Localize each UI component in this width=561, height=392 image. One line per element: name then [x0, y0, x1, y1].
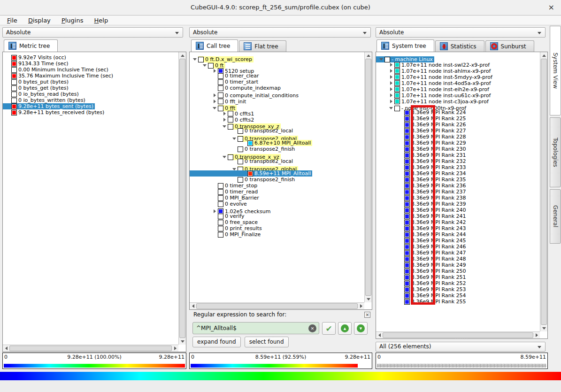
tree-row[interactable]: 3.36e9 MPI Rank 252	[376, 279, 540, 285]
tab-statistics[interactable]: Statistics	[435, 40, 484, 52]
tree-row[interactable]: 3.36e9 MPI Rank 226	[376, 121, 540, 127]
tree-row[interactable]: 3.36e9 MPI Rank 224	[376, 108, 540, 115]
tree-row[interactable]: 1.07e+11 node inst-uu61c-x9-prof	[376, 90, 540, 96]
scrollbar-thumb[interactable]	[541, 59, 547, 325]
apply-search-button[interactable]: ✔	[322, 322, 336, 335]
tree-row[interactable]: - machine Linux	[376, 54, 540, 60]
scroll-up-button[interactable]	[179, 52, 186, 59]
scrollbar-thumb[interactable]	[179, 59, 185, 338]
scroll-up-button[interactable]	[365, 52, 372, 59]
tree-row[interactable]: 3.36e9 MPI Rank 248	[376, 255, 540, 261]
tree-row[interactable]: 3.36e9 MPI Rank 241	[376, 212, 540, 218]
tree-row[interactable]: 3.36e9 MPI Rank 247	[376, 249, 540, 255]
scrollbar-thumb[interactable]	[365, 59, 371, 296]
scrollbar-thumb[interactable]	[9, 346, 172, 351]
previous-match-button[interactable]: ▲	[338, 322, 352, 335]
tree-row[interactable]: 0 print_results	[190, 224, 364, 231]
scroll-down-button[interactable]	[179, 338, 186, 345]
tree-row[interactable]: 0.00 Minimum Inclusive Time (sec)	[3, 66, 178, 72]
scroll-up-button[interactable]	[540, 52, 548, 59]
vertical-scrollbar[interactable]	[178, 52, 186, 345]
scroll-left-button[interactable]	[190, 303, 196, 309]
tree-row[interactable]: 3.36e9 MPI Rank 225	[376, 115, 540, 121]
tab-system-tree[interactable]: System tree	[377, 39, 434, 52]
tree-row[interactable]: 3.36e9 MPI Rank 230	[376, 145, 540, 151]
tree-row[interactable]: 35.76 Maximum Inclusive Time (sec)	[3, 72, 178, 78]
splitter-handle[interactable]: ······	[376, 337, 548, 341]
tree-row[interactable]: 0 timer_read	[190, 188, 364, 194]
tree-row[interactable]: 3.36e9 MPI Rank 229	[376, 139, 540, 145]
tree-row[interactable]: 0 free_space	[190, 218, 364, 224]
search-close-icon[interactable]: ✕	[364, 312, 370, 318]
scrollbar-thumb[interactable]	[196, 303, 358, 309]
tree-row[interactable]: 0 evolve	[190, 200, 364, 206]
tree-row[interactable]: 3.36e9 MPI Rank 242	[376, 218, 540, 224]
tree-row[interactable]: 8.59e+11 MPI_Alltoall	[190, 169, 364, 176]
tree-row[interactable]: 0 timer_start	[190, 78, 364, 84]
side-tab-general[interactable]: General	[550, 189, 561, 244]
tree-row[interactable]: 3.36e9 MPI Rank 231	[376, 151, 540, 157]
tree-row[interactable]: 0 MPI_Finalize	[190, 231, 364, 237]
tree-row[interactable]: 0 verify	[190, 212, 364, 218]
tree-row[interactable]: 0 bytes_get (bytes)	[3, 84, 178, 90]
tab-call-tree[interactable]: Call tree	[191, 39, 238, 52]
horizontal-scrollbar[interactable]	[3, 345, 178, 352]
tree-row[interactable]: 3.36e9 MPI Rank 233	[376, 163, 540, 169]
tree-row[interactable]: 6.87e+10 MPI_Alltoall	[190, 139, 364, 145]
tree-row[interactable]: 0 compute_indexmap	[190, 84, 364, 90]
tree-row[interactable]: 3.36e9 MPI Rank 235	[376, 176, 540, 182]
tree-row[interactable]: 9134.33 Time (sec)	[3, 60, 178, 66]
menu-file[interactable]: File	[3, 16, 22, 24]
tab-metric-tree[interactable]: Metric tree	[4, 39, 58, 52]
side-tab-system-view[interactable]: System View	[550, 26, 561, 115]
tree-row[interactable]: 3.36e9 MPI Rank 255	[376, 298, 540, 304]
tree-row[interactable]: 1.02e5 checksum	[190, 206, 364, 212]
tree-row[interactable]: 1.07e+11 node inst-c3joa-x9-prof	[376, 96, 540, 102]
tree-row[interactable]: 0 transpose2_local	[190, 127, 364, 133]
tree-row[interactable]: 0 timer_clear	[190, 72, 364, 78]
tree-row[interactable]: 9.28e+11 bytes_sent (bytes)	[3, 102, 178, 108]
tree-row[interactable]: 0 transpose2_global	[190, 163, 364, 169]
tree-row[interactable]: 3.36e9 MPI Rank 253	[376, 285, 540, 292]
tree-row[interactable]: 9.92e7 Visits (occ)	[3, 54, 178, 60]
scroll-down-button[interactable]	[540, 325, 548, 331]
menu-plugins[interactable]: Plugins	[57, 16, 88, 24]
tab-flat-tree[interactable]: Flat tree	[239, 40, 286, 52]
tree-row[interactable]: 3.36e9 MPI Rank 234	[376, 169, 540, 176]
tree-row[interactable]: 3.36e9 MPI Rank 238	[376, 194, 540, 200]
tree-row[interactable]: 1.07e+11 node inst-eih2e-x9-prof	[376, 84, 540, 90]
tree-row[interactable]: 0 transpose_x_yz	[190, 151, 364, 157]
tree-row[interactable]: 5120 setup	[190, 66, 364, 72]
horizontal-scrollbar[interactable]	[190, 302, 364, 309]
vertical-scrollbar[interactable]	[364, 52, 372, 302]
select-found-button[interactable]: select found	[245, 337, 289, 347]
tree-row[interactable]: 0 ft	[190, 60, 364, 66]
menu-display[interactable]: Display	[24, 16, 55, 24]
tree-row[interactable]: 3.36e9 MPI Rank 243	[376, 224, 540, 231]
tree-row[interactable]: 0 transpose2_local	[190, 157, 364, 163]
tree-row[interactable]: 0 compute_initial_conditions	[190, 90, 364, 96]
scroll-right-button[interactable]	[172, 345, 178, 352]
vertical-scrollbar[interactable]	[540, 52, 547, 331]
close-icon[interactable]: ×	[548, 3, 554, 12]
tree-row[interactable]: 0 transpose_xy_z	[190, 121, 364, 127]
search-input[interactable]: ^MPI_Alltoall$ ✕	[192, 322, 319, 334]
tree-row[interactable]: 3.36e9 MPI Rank 239	[376, 200, 540, 206]
tree-row[interactable]: 1.07e+11 node inst-swl22-x9-prof	[376, 60, 540, 66]
tree-row[interactable]: 0 ft.D.x_wi_scorep	[190, 54, 364, 60]
tree-row[interactable]: 1.07e+11 node inst-ahlmx-x9-prof	[376, 66, 540, 72]
tree-row[interactable]: 0 cffts2	[190, 115, 364, 121]
tree-row[interactable]: 1.07e+11 node inst-4od5a-x9-prof	[376, 78, 540, 84]
tree-row[interactable]: 3.36e9 MPI Rank 240	[376, 206, 540, 212]
tree-row[interactable]: 1.07e+11 node inst-5mdyy-x9-prof	[376, 72, 540, 78]
system-value-mode-combo[interactable]: Absolute	[376, 27, 546, 38]
tree-row[interactable]: 3.36e9 MPI Rank 254	[376, 292, 540, 298]
metric-value-mode-combo[interactable]: Absolute	[2, 27, 183, 38]
tree-row[interactable]: 9.28e+11 bytes_received (bytes)	[3, 108, 178, 115]
tree-row[interactable]: 3.36e9 MPI Rank 251	[376, 273, 540, 279]
tree-row[interactable]: 3.36e9 MPI Rank 244	[376, 231, 540, 237]
tree-row[interactable]: 3.36e9 MPI Rank 228	[376, 133, 540, 139]
tree-row[interactable]: 3.36e9 MPI Rank 232	[376, 157, 540, 163]
tree-row[interactable]: 3.36e9 MPI Rank 249	[376, 261, 540, 267]
scroll-left-button[interactable]	[3, 345, 9, 352]
